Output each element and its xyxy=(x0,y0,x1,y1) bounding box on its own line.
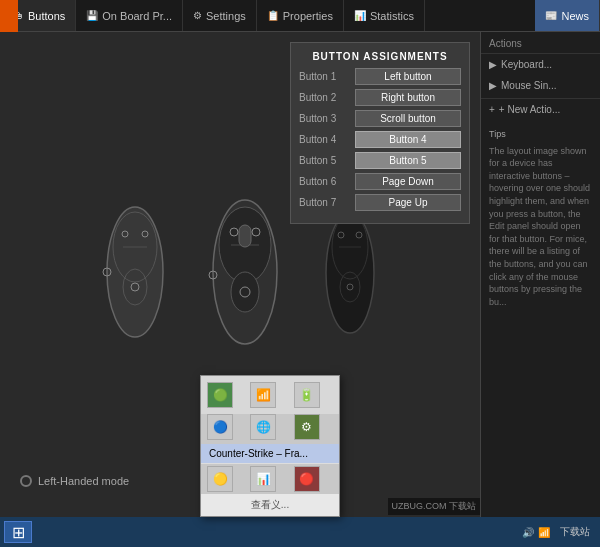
button-row-7: Button 7 Page Up xyxy=(299,194,461,211)
action-mouse-label: Mouse Sin... xyxy=(501,80,557,91)
button-row-5: Button 5 Button 5 xyxy=(299,152,461,169)
onboard-icon: 💾 xyxy=(86,10,98,21)
btn-1-label: Button 1 xyxy=(299,71,351,82)
btn-1-assign[interactable]: Left button xyxy=(355,68,461,85)
popup-menu-label: Counter-Strike – Fra... xyxy=(209,448,308,459)
right-sidebar: Actions ▶ Keyboard... ▶ Mouse Sin... + +… xyxy=(480,32,600,547)
system-tray-popup: 🟢 📶 🔋 🔵 🌐 ⚙ Counter-Strike – Fra... 🟡 📊 … xyxy=(200,375,340,517)
tray-icon-1[interactable]: 🟢 xyxy=(207,382,233,408)
taskbar-time: 下载站 xyxy=(554,523,596,541)
new-action-label: + New Actio... xyxy=(499,104,560,115)
plus-icon: + xyxy=(489,104,495,115)
tab-settings[interactable]: ⚙ Settings xyxy=(183,0,257,31)
mouse-center-view xyxy=(200,187,290,357)
btn-3-label: Button 3 xyxy=(299,113,351,124)
btn-5-label: Button 5 xyxy=(299,155,351,166)
tray-icon-3[interactable]: 🔋 xyxy=(294,382,320,408)
tray-icon-4[interactable]: 🔵 xyxy=(207,414,233,440)
button-row-4: Button 4 Button 4 xyxy=(299,131,461,148)
popup-icon-grid-mid: 🔵 🌐 ⚙ xyxy=(201,414,339,444)
tray-icon-network[interactable]: 📶 xyxy=(538,527,550,538)
tab-news-label: News xyxy=(561,10,589,22)
button-row-1: Button 1 Left button xyxy=(299,68,461,85)
popup-more-label[interactable]: 查看义... xyxy=(201,494,339,516)
btn-4-label: Button 4 xyxy=(299,134,351,145)
tab-news[interactable]: 📰 News xyxy=(535,0,600,31)
btn-7-assign[interactable]: Page Up xyxy=(355,194,461,211)
popup-icon-grid-top: 🟢 📶 🔋 xyxy=(201,376,339,414)
watermark: UZBUG.COM 下载站 xyxy=(388,498,481,515)
left-handed-label: Left-Handed mode xyxy=(38,475,129,487)
btn-7-label: Button 7 xyxy=(299,197,351,208)
tab-settings-label: Settings xyxy=(206,10,246,22)
btn-2-assign[interactable]: Right button xyxy=(355,89,461,106)
left-area: BUTTON ASSIGNMENTS Button 1 Left button … xyxy=(0,32,480,547)
news-icon: 📰 xyxy=(545,10,557,21)
tray-icon-9[interactable]: 🔴 xyxy=(294,466,320,492)
settings-icon: ⚙ xyxy=(193,10,202,21)
btn-5-assign[interactable]: Button 5 xyxy=(355,152,461,169)
button-row-6: Button 6 Page Down xyxy=(299,173,461,190)
popup-icon-grid-bot: 🟡 📊 🔴 xyxy=(201,464,339,494)
tab-onboard-label: On Board Pr... xyxy=(102,10,172,22)
new-action-button[interactable]: + + New Actio... xyxy=(481,98,600,120)
svg-point-17 xyxy=(326,213,374,333)
button-row-2: Button 2 Right button xyxy=(299,89,461,106)
tab-statistics[interactable]: 📊 Statistics xyxy=(344,0,425,31)
tray-icon-2[interactable]: 📶 xyxy=(250,382,276,408)
tab-properties[interactable]: 📋 Properties xyxy=(257,0,344,31)
svg-rect-11 xyxy=(239,225,251,247)
taskbar-time-label: 下载站 xyxy=(560,526,590,537)
action-mouse-single[interactable]: ▶ Mouse Sin... xyxy=(481,75,600,96)
popup-menu-item-cs[interactable]: Counter-Strike – Fra... xyxy=(201,444,339,464)
btn-6-label: Button 6 xyxy=(299,176,351,187)
left-handed-mode[interactable]: Left-Handed mode xyxy=(20,475,129,487)
btn-3-assign[interactable]: Scroll button xyxy=(355,110,461,127)
start-icon: ⊞ xyxy=(12,523,25,542)
tips-section: Tips The layout image shown for a device… xyxy=(481,120,600,547)
svg-point-14 xyxy=(231,272,259,312)
btn-2-label: Button 2 xyxy=(299,92,351,103)
tips-title: Tips xyxy=(489,128,592,141)
actions-title: Actions xyxy=(481,32,600,54)
taskbar: ⊞ 🔊 📶 下载站 xyxy=(0,517,600,547)
main-layout: BUTTON ASSIGNMENTS Button 1 Left button … xyxy=(0,32,600,547)
button-assignments-panel: BUTTON ASSIGNMENTS Button 1 Left button … xyxy=(290,42,470,224)
left-handed-radio[interactable] xyxy=(20,475,32,487)
properties-icon: 📋 xyxy=(267,10,279,21)
action-keyboard-label: Keyboard... xyxy=(501,59,552,70)
taskbar-tray: 🔊 📶 下载站 xyxy=(522,523,596,541)
tab-buttons-label: Buttons xyxy=(28,10,65,22)
tab-statistics-label: Statistics xyxy=(370,10,414,22)
tray-icon-7[interactable]: 🟡 xyxy=(207,466,233,492)
popup-more-text: 查看义... xyxy=(251,499,289,510)
button-row-3: Button 3 Scroll button xyxy=(299,110,461,127)
tray-icon-8[interactable]: 📊 xyxy=(250,466,276,492)
mouse-left-view xyxy=(95,192,175,352)
btn-6-assign[interactable]: Page Down xyxy=(355,173,461,190)
arrow-icon-keyboard: ▶ xyxy=(489,59,497,70)
btn-4-assign[interactable]: Button 4 xyxy=(355,131,461,148)
tab-onboard[interactable]: 💾 On Board Pr... xyxy=(76,0,183,31)
action-keyboard[interactable]: ▶ Keyboard... xyxy=(481,54,600,75)
statistics-icon: 📊 xyxy=(354,10,366,21)
tray-icon-6[interactable]: ⚙ xyxy=(294,414,320,440)
svg-point-0 xyxy=(107,207,163,337)
start-button[interactable]: ⊞ xyxy=(4,521,32,543)
tray-icon-5[interactable]: 🌐 xyxy=(250,414,276,440)
tab-bar: 🖱 Buttons 💾 On Board Pr... ⚙ Settings 📋 … xyxy=(0,0,600,32)
btn-assign-title: BUTTON ASSIGNMENTS xyxy=(299,51,461,62)
tab-properties-label: Properties xyxy=(283,10,333,22)
tray-icon-volume[interactable]: 🔊 xyxy=(522,527,534,538)
tips-text: The layout image shown for a device has … xyxy=(489,145,592,309)
arrow-icon-mouse: ▶ xyxy=(489,80,497,91)
